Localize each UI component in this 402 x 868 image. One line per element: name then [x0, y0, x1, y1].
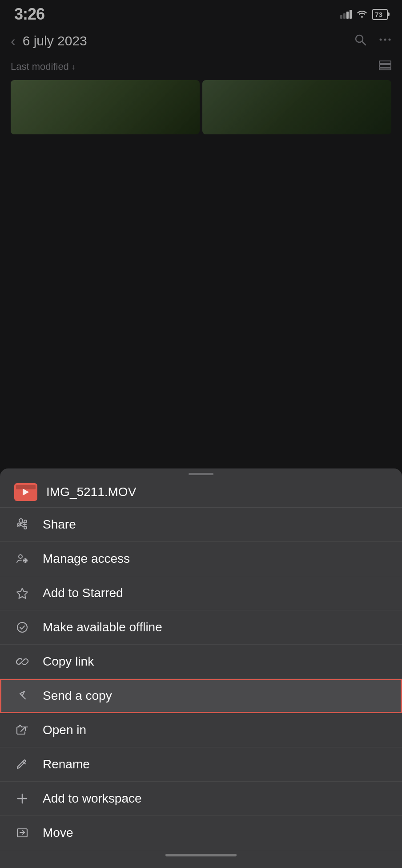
menu-item-open-in-label: Open in: [43, 723, 86, 737]
star-icon: [14, 585, 30, 601]
menu-item-copy-link-label: Copy link: [43, 654, 94, 669]
svg-point-18: [17, 622, 27, 632]
menu-item-add-starred[interactable]: Add to Starred: [0, 576, 402, 610]
menu-item-add-starred-label: Add to Starred: [43, 586, 123, 600]
add-workspace-icon: [14, 791, 30, 807]
menu-item-rename-label: Rename: [43, 757, 90, 771]
link-icon: [14, 654, 30, 670]
menu-item-rename[interactable]: Rename: [0, 747, 402, 782]
menu-list: Share Manage access Add to Starred: [0, 508, 402, 850]
file-name: IMG_5211.MOV: [46, 485, 136, 499]
svg-marker-17: [17, 588, 28, 598]
menu-item-share[interactable]: Share: [0, 508, 402, 542]
manage-access-icon: [14, 551, 30, 567]
file-icon: [14, 483, 37, 501]
bottom-sheet: IMG_5211.MOV Share: [0, 468, 402, 868]
svg-line-20: [21, 727, 25, 731]
menu-item-move-label: Move: [43, 826, 73, 840]
share-icon: [14, 517, 30, 533]
menu-item-open-in[interactable]: Open in: [0, 713, 402, 747]
svg-point-15: [19, 555, 22, 558]
home-indicator: [0, 850, 402, 859]
menu-item-move[interactable]: Move: [0, 816, 402, 850]
svg-line-19: [20, 659, 24, 664]
menu-item-copy-link[interactable]: Copy link: [0, 645, 402, 679]
send-copy-icon: [14, 688, 30, 704]
menu-item-offline-label: Make available offline: [43, 620, 162, 634]
menu-item-manage-access-label: Manage access: [43, 552, 130, 566]
menu-item-send-copy-label: Send a copy: [43, 689, 112, 703]
menu-item-add-workspace-label: Add to workspace: [43, 791, 142, 806]
offline-icon: [14, 619, 30, 635]
svg-line-12: [20, 525, 24, 527]
open-in-icon: [14, 722, 30, 738]
rename-icon: [14, 756, 30, 772]
move-icon: [14, 825, 30, 841]
file-header: IMG_5211.MOV: [0, 477, 402, 508]
menu-item-manage-access[interactable]: Manage access: [0, 542, 402, 576]
menu-item-share-label: Share: [43, 517, 76, 532]
menu-item-add-workspace[interactable]: Add to workspace: [0, 782, 402, 816]
drag-handle: [0, 468, 402, 477]
menu-item-send-copy[interactable]: Send a copy: [0, 679, 402, 713]
menu-item-offline[interactable]: Make available offline: [0, 610, 402, 645]
